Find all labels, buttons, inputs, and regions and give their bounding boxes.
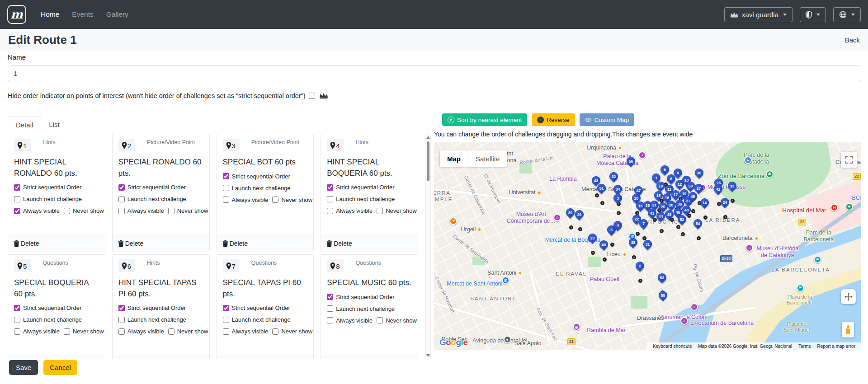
strict-sequential-checkbox[interactable] (223, 305, 229, 311)
map-pin-14[interactable]: 14 (698, 197, 711, 209)
launch-next-row[interactable]: Launch next challenge (118, 196, 203, 202)
museum-poi[interactable]: ⌂ (745, 244, 753, 252)
tab-detail[interactable]: Detail (8, 117, 41, 133)
scroll-up-arrow[interactable] (426, 136, 430, 139)
always-visible-row[interactable]: Always visible (223, 197, 269, 203)
strict-sequential-checkbox[interactable] (118, 184, 125, 191)
never-show-checkbox[interactable] (64, 328, 70, 335)
always-visible-row[interactable]: Always visible (14, 328, 60, 335)
map-pin-40[interactable]: 40 (598, 239, 610, 251)
launch-next-checkbox[interactable] (118, 196, 125, 202)
delete-button[interactable]: Delete (321, 235, 418, 252)
camera-poi[interactable]: ◉ (573, 323, 580, 331)
zoo-paw-poi[interactable]: ✽ (766, 170, 774, 178)
never-show-checkbox[interactable] (272, 328, 278, 335)
beach-flag-poi[interactable]: ⚑ (797, 284, 804, 292)
strict-sequential-row[interactable]: Strict sequential Order (223, 173, 308, 180)
aquarium-poi[interactable]: ⌂ (680, 317, 688, 325)
music-poi[interactable]: ♪ (638, 151, 646, 159)
user-menu-button[interactable]: xavi guardia (724, 7, 793, 22)
map-type-map-button[interactable]: Map (440, 150, 468, 167)
never-show-checkbox[interactable] (272, 197, 278, 203)
save-button[interactable]: Save (9, 360, 38, 375)
strict-sequential-row[interactable]: Strict sequential Order (118, 184, 203, 191)
always-visible-row[interactable]: Always visible (118, 328, 164, 335)
map-pin-3[interactable]: 3 (612, 192, 624, 204)
launch-next-checkbox[interactable] (327, 305, 333, 312)
nav-link-gallery[interactable]: Gallery (102, 7, 133, 22)
market-poi[interactable]: ⊞ (502, 276, 509, 284)
always-visible-checkbox[interactable] (327, 208, 333, 214)
beach-flag-poi[interactable]: ⚑ (814, 256, 821, 263)
delete-button[interactable]: Delete (113, 235, 209, 252)
scroll-down-arrow[interactable] (426, 354, 430, 357)
sort-by-nearest-button[interactable]: ➤ Sort by nearest element (442, 113, 527, 126)
never-show-row[interactable]: Never show (377, 207, 417, 214)
launch-next-row[interactable]: Launch next challenge (223, 185, 308, 192)
map-canvas[interactable]: Map Satellite Google Keyboard shortcuts … (434, 142, 861, 350)
map-pin-54[interactable]: 54 (692, 217, 704, 229)
strict-sequential-row[interactable]: Strict sequential Order (118, 304, 203, 311)
never-show-checkbox[interactable] (377, 208, 383, 214)
strict-sequential-checkbox[interactable] (14, 184, 20, 191)
map-pin-55[interactable]: 55 (657, 289, 669, 301)
strict-sequential-row[interactable]: Strict sequential Order (327, 184, 412, 191)
delete-button[interactable]: Delete (217, 235, 314, 252)
map-pin-6[interactable]: 6 (659, 164, 671, 176)
delete-button[interactable]: Delete (8, 356, 105, 359)
always-visible-checkbox[interactable] (14, 328, 20, 335)
colom-poi[interactable]: ⌂ (690, 303, 698, 311)
always-visible-row[interactable]: Always visible (118, 207, 164, 214)
back-link[interactable]: Back (845, 36, 860, 44)
launch-next-checkbox[interactable] (223, 317, 229, 323)
launch-next-checkbox[interactable] (14, 196, 20, 202)
strict-sequential-checkbox[interactable] (327, 294, 333, 300)
strict-sequential-row[interactable]: Strict sequential Order (327, 294, 412, 300)
strict-sequential-row[interactable]: Strict sequential Order (14, 184, 99, 191)
map-pin-29[interactable]: 29 (573, 208, 585, 220)
never-show-row[interactable]: Never show (272, 197, 312, 203)
always-visible-row[interactable]: Always visible (223, 328, 269, 335)
restaurant-poi[interactable]: Ψ (449, 217, 457, 225)
custom-map-button[interactable]: Custom Map (580, 113, 635, 126)
always-visible-checkbox[interactable] (223, 197, 229, 203)
always-visible-checkbox[interactable] (118, 208, 125, 214)
never-show-row[interactable]: Never show (377, 317, 417, 324)
never-show-checkbox[interactable] (168, 208, 175, 214)
always-visible-checkbox[interactable] (118, 328, 125, 335)
never-show-row[interactable]: Never show (272, 328, 312, 335)
never-show-checkbox[interactable] (168, 328, 175, 335)
map-pin-53[interactable]: 53 (656, 272, 668, 284)
hide-order-checkbox[interactable] (309, 93, 315, 99)
reverse-button[interactable]: ↑ Reverse (532, 113, 575, 126)
pegman-control[interactable] (842, 322, 854, 337)
always-visible-row[interactable]: Always visible (327, 207, 373, 214)
macba-poi[interactable]: ⌂ (553, 214, 561, 221)
pan-control[interactable] (841, 289, 856, 304)
cancel-button[interactable]: Cancel (43, 360, 77, 375)
always-visible-row[interactable]: Always visible (14, 207, 60, 214)
navigation-poi[interactable]: ➤ (744, 156, 752, 164)
always-visible-checkbox[interactable] (14, 208, 20, 214)
launch-next-checkbox[interactable] (223, 185, 229, 191)
strict-sequential-checkbox[interactable] (118, 305, 125, 311)
google-logo[interactable]: Google (439, 337, 467, 347)
venue-poi[interactable]: ● (504, 336, 511, 343)
launch-next-row[interactable]: Launch next challenge (14, 316, 99, 323)
map-pin-32[interactable]: 32 (608, 170, 620, 183)
report-error-link[interactable]: Report a map error (814, 344, 859, 349)
brand-logo[interactable]: m (7, 5, 26, 24)
never-show-row[interactable]: Never show (168, 207, 208, 214)
delete-button[interactable]: Delete (113, 356, 209, 359)
fullscreen-button[interactable] (841, 152, 857, 168)
strict-sequential-checkbox[interactable] (327, 184, 333, 191)
strict-sequential-checkbox[interactable] (223, 173, 229, 179)
launch-next-checkbox[interactable] (118, 317, 125, 323)
language-menu-button[interactable] (833, 7, 861, 22)
launch-next-row[interactable]: Launch next challenge (118, 316, 203, 323)
never-show-checkbox[interactable] (377, 317, 383, 323)
admin-menu-button[interactable] (800, 7, 826, 22)
strict-sequential-row[interactable]: Strict sequential Order (14, 304, 99, 311)
launch-next-row[interactable]: Launch next challenge (223, 316, 308, 323)
nav-link-events[interactable]: Events (67, 7, 98, 22)
